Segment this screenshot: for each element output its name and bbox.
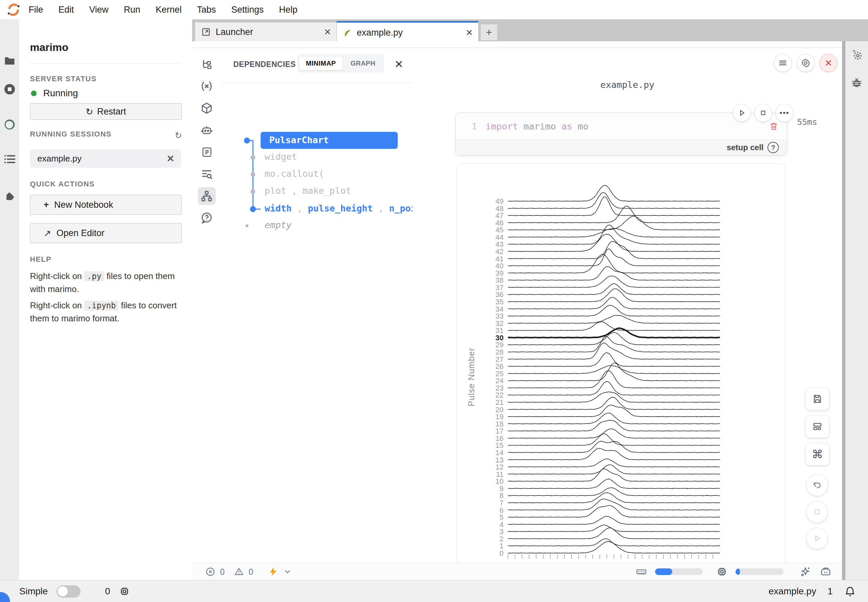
menu-tabs[interactable]: Tabs <box>197 5 216 15</box>
external-link-icon: ↗ <box>44 228 51 238</box>
variables-icon[interactable] <box>198 77 216 95</box>
open-editor-label: Open Editor <box>57 228 104 238</box>
cell-code[interactable]: import marimo as mo <box>486 121 769 132</box>
right-panel-divider[interactable] <box>842 41 845 580</box>
extensions-puzzle-icon[interactable] <box>3 189 16 203</box>
packages-cube-icon[interactable] <box>198 99 216 117</box>
memory-meter-fill <box>655 568 672 575</box>
marimo-sidebar-icon[interactable] <box>3 118 16 131</box>
svg-text:0: 0 <box>500 549 503 557</box>
running-kernels-icon[interactable] <box>3 83 16 96</box>
run-cell-button[interactable] <box>733 104 751 122</box>
restart-icon: ↻ <box>86 106 93 117</box>
ipynb-extension-chip: .ipynb <box>84 301 118 311</box>
menu-run[interactable]: Run <box>124 5 140 15</box>
setup-cell-help-icon[interactable]: ? <box>767 142 779 153</box>
tab-example-py-close-icon[interactable]: ✕ <box>466 28 473 38</box>
cpu-meter <box>736 568 784 575</box>
error-count: 0 <box>220 567 225 577</box>
tab-example-py-label: example.py <box>357 28 403 38</box>
graph-toggle[interactable]: GRAPH <box>344 57 382 70</box>
dep-node-root[interactable]: PulsarChart <box>261 132 398 149</box>
snippets-search-icon[interactable] <box>198 165 216 183</box>
marimo-sidebar-panel: marimo SERVER STATUS Running ↻ Restart R… <box>19 19 192 580</box>
notebook-menu-button[interactable] <box>774 54 792 72</box>
current-file-label: example.py <box>768 586 816 597</box>
running-sessions-heading: RUNNING SESSIONS <box>30 130 112 138</box>
property-inspector-gears-icon[interactable] <box>850 48 863 61</box>
notification-count: 1 <box>827 586 833 597</box>
py-extension-chip: .py <box>84 271 104 281</box>
restart-button[interactable]: ↻ Restart <box>30 103 182 120</box>
tab-example-py[interactable]: example.py ✕ <box>336 21 478 43</box>
save-button[interactable] <box>805 388 830 410</box>
dep-node-active[interactable]: width , pulse_height , n_poi <box>265 203 416 213</box>
new-tab-button[interactable]: + <box>480 24 498 41</box>
dep-node-stale[interactable]: widget <box>265 152 297 162</box>
bottom-status-bar: Simple 0 example.py 1 <box>0 580 868 602</box>
chip-status-icon[interactable] <box>119 586 130 597</box>
resource-meters <box>636 563 832 580</box>
stop-cell-button[interactable] <box>754 104 772 122</box>
menu-kernel[interactable]: Kernel <box>156 5 182 15</box>
minimap-toggle[interactable]: MINIMAP <box>299 57 342 70</box>
tab-launcher[interactable]: Launcher ✕ <box>195 22 337 41</box>
command-palette-button[interactable]: ⌘ <box>805 443 830 465</box>
new-notebook-button[interactable]: + New Notebook <box>30 195 182 215</box>
layout-button[interactable] <box>805 415 830 438</box>
debugger-bug-icon[interactable] <box>850 76 863 89</box>
left-activity-bar <box>0 19 19 580</box>
view-toggle: MINIMAP GRAPH <box>297 54 384 72</box>
menu-view[interactable]: View <box>89 5 109 15</box>
notebook-area: example.py 1 import marimo as mo setup c… <box>413 48 842 563</box>
help-paragraph-2: Right-click on .ipynb files to convert t… <box>30 299 183 325</box>
cell-footer: setup cell ? <box>455 140 787 155</box>
refresh-sessions-icon[interactable]: ↻ <box>175 131 182 141</box>
autorun-lightning-icon[interactable] <box>268 567 279 577</box>
bell-icon[interactable] <box>844 585 856 597</box>
delete-cell-icon[interactable] <box>769 121 779 131</box>
ai-robot-icon[interactable] <box>198 121 216 139</box>
new-notebook-label: New Notebook <box>54 200 113 210</box>
sidebar-title: marimo <box>30 41 69 54</box>
dependency-graph-icon[interactable] <box>198 187 216 205</box>
cell-line-number: 1 <box>455 121 477 132</box>
status-dot <box>31 91 37 96</box>
ai-sparkle-icon[interactable] <box>799 566 811 578</box>
copilot-robot-icon[interactable] <box>819 565 832 578</box>
server-status-heading: SERVER STATUS <box>30 75 97 83</box>
file-tree-icon[interactable] <box>198 55 216 73</box>
menu-settings[interactable]: Settings <box>231 5 264 15</box>
marimo-logo-icon <box>6 2 21 17</box>
menu-bar: FileEditViewRunKernelTabsSettingsHelp <box>0 0 868 20</box>
notebook-status-bar: 0 0 <box>192 563 842 580</box>
notebook-shutdown-button[interactable] <box>819 54 837 72</box>
simple-mode-toggle[interactable] <box>57 585 81 598</box>
tab-underband <box>192 41 842 48</box>
cell-more-actions-button[interactable]: ••• <box>776 104 793 122</box>
menu-edit[interactable]: Edit <box>58 5 74 15</box>
dep-node-empty[interactable]: empty <box>265 220 291 230</box>
setup-cell-label: setup cell <box>727 143 764 152</box>
warning-count: 0 <box>248 567 253 577</box>
bottom-left-group: Simple 0 <box>19 580 130 602</box>
help-bubble-icon[interactable] <box>198 209 216 227</box>
chevron-down-icon[interactable] <box>283 567 292 576</box>
notebook-settings-button[interactable] <box>797 54 815 72</box>
session-close-icon[interactable]: ✕ <box>167 153 175 164</box>
menu-help[interactable]: Help <box>279 5 298 15</box>
logs-scroll-icon[interactable] <box>198 143 216 161</box>
interrupt-button[interactable] <box>806 501 828 523</box>
open-editor-button[interactable]: ↗ Open Editor <box>30 223 182 243</box>
file-browser-icon[interactable] <box>3 54 16 68</box>
tab-launcher-close-icon[interactable]: ✕ <box>324 27 331 37</box>
undo-button[interactable] <box>806 474 828 496</box>
menu-file[interactable]: File <box>29 5 43 15</box>
dep-node-stale[interactable]: mo.callout( <box>265 169 324 179</box>
errors-icon <box>205 567 215 577</box>
table-of-contents-icon[interactable] <box>3 152 16 166</box>
dep-node-stale[interactable]: plot , make_plot <box>265 186 351 196</box>
run-all-button[interactable] <box>806 527 828 550</box>
dependencies-close-icon[interactable]: ✕ <box>394 58 403 71</box>
session-item[interactable]: example.py ✕ <box>30 149 181 168</box>
